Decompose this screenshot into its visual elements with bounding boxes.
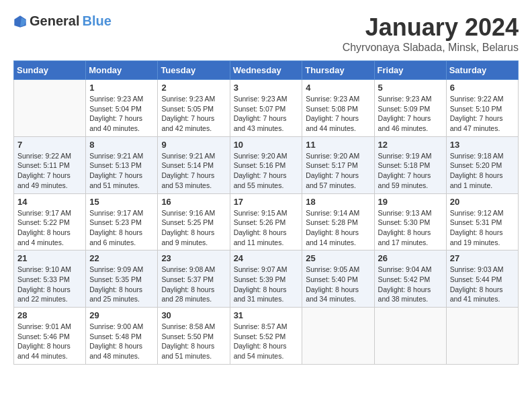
calendar-day-cell — [302, 308, 374, 365]
day-number: 16 — [161, 197, 226, 207]
calendar-day-cell: 1 Sunrise: 9:23 AMSunset: 5:04 PMDayligh… — [86, 80, 158, 137]
day-number: 8 — [89, 140, 154, 150]
day-number: 12 — [378, 140, 443, 150]
day-number: 21 — [17, 253, 82, 263]
calendar-day-cell: 5 Sunrise: 9:23 AMSunset: 5:09 PMDayligh… — [374, 80, 446, 137]
weekday-header: Thursday — [302, 61, 374, 80]
day-info: Sunrise: 9:13 AMSunset: 5:30 PMDaylight:… — [378, 208, 443, 248]
day-number: 13 — [450, 140, 515, 150]
calendar-day-cell: 26 Sunrise: 9:04 AMSunset: 5:42 PMDaylig… — [374, 250, 446, 308]
day-number: 2 — [161, 83, 226, 93]
calendar-day-cell: 29 Sunrise: 9:00 AMSunset: 5:48 PMDaylig… — [86, 308, 158, 365]
calendar-week-row: 7 Sunrise: 9:22 AMSunset: 5:11 PMDayligh… — [14, 136, 519, 193]
calendar-week-row: 21 Sunrise: 9:10 AMSunset: 5:33 PMDaylig… — [14, 250, 519, 308]
day-info: Sunrise: 9:14 AMSunset: 5:28 PMDaylight:… — [306, 208, 370, 248]
calendar-table: SundayMondayTuesdayWednesdayThursdayFrid… — [13, 60, 519, 365]
weekday-header: Sunday — [14, 61, 86, 80]
calendar-day-cell: 14 Sunrise: 9:17 AMSunset: 5:22 PMDaylig… — [14, 193, 86, 250]
calendar-day-cell: 17 Sunrise: 9:15 AMSunset: 5:26 PMDaylig… — [230, 193, 302, 250]
calendar-day-cell: 24 Sunrise: 9:07 AMSunset: 5:39 PMDaylig… — [230, 250, 302, 308]
day-number: 25 — [306, 253, 370, 263]
location-title: Chyrvonaya Slabada, Minsk, Belarus — [343, 42, 519, 54]
calendar-week-row: 1 Sunrise: 9:23 AMSunset: 5:04 PMDayligh… — [14, 80, 519, 137]
calendar-day-cell: 7 Sunrise: 9:22 AMSunset: 5:11 PMDayligh… — [14, 136, 86, 193]
day-info: Sunrise: 9:16 AMSunset: 5:25 PMDaylight:… — [161, 208, 226, 248]
calendar-day-cell: 19 Sunrise: 9:13 AMSunset: 5:30 PMDaylig… — [374, 193, 446, 250]
calendar-day-cell: 12 Sunrise: 9:19 AMSunset: 5:18 PMDaylig… — [374, 136, 446, 193]
calendar-day-cell: 25 Sunrise: 9:05 AMSunset: 5:40 PMDaylig… — [302, 250, 374, 308]
day-info: Sunrise: 9:03 AMSunset: 5:44 PMDaylight:… — [450, 265, 515, 304]
calendar-day-cell: 20 Sunrise: 9:12 AMSunset: 5:31 PMDaylig… — [446, 193, 518, 250]
calendar-day-cell: 18 Sunrise: 9:14 AMSunset: 5:28 PMDaylig… — [302, 193, 374, 250]
weekday-header-row: SundayMondayTuesdayWednesdayThursdayFrid… — [14, 61, 519, 80]
logo-blue: Blue — [82, 13, 111, 29]
calendar-week-row: 14 Sunrise: 9:17 AMSunset: 5:22 PMDaylig… — [14, 193, 519, 250]
day-info: Sunrise: 9:20 AMSunset: 5:16 PMDaylight:… — [234, 151, 299, 191]
calendar-day-cell: 13 Sunrise: 9:18 AMSunset: 5:20 PMDaylig… — [446, 136, 518, 193]
day-info: Sunrise: 9:05 AMSunset: 5:40 PMDaylight:… — [306, 265, 370, 304]
day-number: 14 — [17, 197, 82, 207]
calendar-day-cell: 6 Sunrise: 9:22 AMSunset: 5:10 PMDayligh… — [446, 80, 518, 137]
calendar-day-cell — [374, 308, 446, 365]
logo: GeneralBlue — [13, 13, 112, 29]
page-header: GeneralBlue January 2024 Chyrvonaya Slab… — [13, 13, 519, 54]
day-number: 30 — [161, 310, 226, 320]
day-number: 19 — [378, 197, 443, 207]
day-number: 6 — [450, 83, 515, 93]
calendar-day-cell: 31 Sunrise: 8:57 AMSunset: 5:52 PMDaylig… — [230, 308, 302, 365]
calendar-day-cell: 21 Sunrise: 9:10 AMSunset: 5:33 PMDaylig… — [14, 250, 86, 308]
day-number: 10 — [234, 140, 299, 150]
day-number: 1 — [89, 83, 154, 93]
day-number: 26 — [378, 253, 443, 263]
day-number: 24 — [234, 253, 299, 263]
weekday-header: Saturday — [446, 61, 518, 80]
calendar-day-cell: 9 Sunrise: 9:21 AMSunset: 5:14 PMDayligh… — [158, 136, 230, 193]
day-number: 27 — [450, 253, 515, 263]
day-info: Sunrise: 9:21 AMSunset: 5:13 PMDaylight:… — [89, 151, 154, 191]
calendar-day-cell — [14, 80, 86, 137]
logo-icon — [13, 15, 27, 28]
day-info: Sunrise: 9:23 AMSunset: 5:07 PMDaylight:… — [234, 94, 299, 134]
day-number: 29 — [89, 310, 154, 320]
day-info: Sunrise: 9:10 AMSunset: 5:33 PMDaylight:… — [17, 265, 82, 304]
weekday-header: Wednesday — [230, 61, 302, 80]
day-info: Sunrise: 8:58 AMSunset: 5:50 PMDaylight:… — [161, 322, 226, 361]
day-info: Sunrise: 9:23 AMSunset: 5:08 PMDaylight:… — [306, 94, 370, 134]
day-info: Sunrise: 9:21 AMSunset: 5:14 PMDaylight:… — [161, 151, 226, 191]
calendar-day-cell: 3 Sunrise: 9:23 AMSunset: 5:07 PMDayligh… — [230, 80, 302, 137]
weekday-header: Monday — [86, 61, 158, 80]
day-number: 9 — [161, 140, 226, 150]
day-number: 5 — [378, 83, 443, 93]
day-info: Sunrise: 9:23 AMSunset: 5:09 PMDaylight:… — [378, 94, 443, 134]
weekday-header: Friday — [374, 61, 446, 80]
title-section: January 2024 Chyrvonaya Slabada, Minsk, … — [343, 13, 519, 54]
day-info: Sunrise: 9:00 AMSunset: 5:48 PMDaylight:… — [89, 322, 154, 361]
day-info: Sunrise: 9:17 AMSunset: 5:23 PMDaylight:… — [89, 208, 154, 248]
day-number: 15 — [89, 197, 154, 207]
logo-general: General — [30, 13, 79, 29]
calendar-day-cell: 30 Sunrise: 8:58 AMSunset: 5:50 PMDaylig… — [158, 308, 230, 365]
day-number: 11 — [306, 140, 370, 150]
day-info: Sunrise: 9:12 AMSunset: 5:31 PMDaylight:… — [450, 208, 515, 248]
day-info: Sunrise: 9:15 AMSunset: 5:26 PMDaylight:… — [234, 208, 299, 248]
day-info: Sunrise: 9:23 AMSunset: 5:04 PMDaylight:… — [89, 94, 154, 134]
calendar-day-cell: 8 Sunrise: 9:21 AMSunset: 5:13 PMDayligh… — [86, 136, 158, 193]
day-info: Sunrise: 9:08 AMSunset: 5:37 PMDaylight:… — [161, 265, 226, 304]
day-number: 23 — [161, 253, 226, 263]
day-info: Sunrise: 9:20 AMSunset: 5:17 PMDaylight:… — [306, 151, 370, 191]
calendar-day-cell: 16 Sunrise: 9:16 AMSunset: 5:25 PMDaylig… — [158, 193, 230, 250]
day-number: 17 — [234, 197, 299, 207]
day-info: Sunrise: 9:17 AMSunset: 5:22 PMDaylight:… — [17, 208, 82, 248]
day-number: 18 — [306, 197, 370, 207]
weekday-header: Tuesday — [158, 61, 230, 80]
day-info: Sunrise: 9:22 AMSunset: 5:11 PMDaylight:… — [17, 151, 82, 191]
calendar-day-cell: 10 Sunrise: 9:20 AMSunset: 5:16 PMDaylig… — [230, 136, 302, 193]
day-number: 20 — [450, 197, 515, 207]
calendar-day-cell — [446, 308, 518, 365]
day-info: Sunrise: 9:07 AMSunset: 5:39 PMDaylight:… — [234, 265, 299, 304]
day-number: 22 — [89, 253, 154, 263]
calendar-day-cell: 4 Sunrise: 9:23 AMSunset: 5:08 PMDayligh… — [302, 80, 374, 137]
day-info: Sunrise: 9:18 AMSunset: 5:20 PMDaylight:… — [450, 151, 515, 191]
month-title: January 2024 — [343, 13, 519, 42]
day-number: 31 — [234, 310, 299, 320]
